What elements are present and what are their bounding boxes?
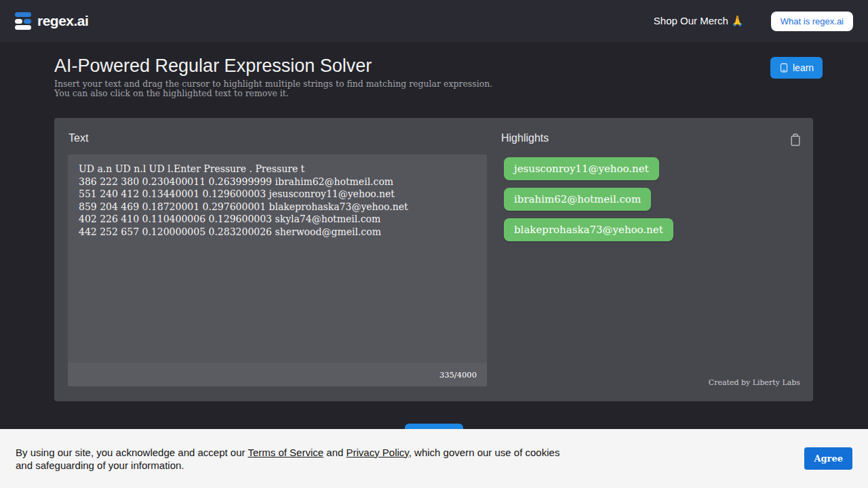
trash-icon — [790, 134, 801, 146]
text-section-label: Text — [68, 132, 88, 144]
credit-text: Created by Liberty Labs — [709, 378, 800, 387]
textbox-footer: 335/4000 — [68, 363, 487, 386]
learn-button[interactable]: learn — [770, 57, 823, 79]
text-input-area[interactable]: UD a.n UD n.l UD l.Enter Pressure . Pres… — [68, 155, 487, 386]
navbar: regex.ai Shop Our Merch 🙏 What is regex.… — [0, 0, 868, 42]
brand-logo[interactable]: regex.ai — [15, 12, 88, 30]
what-is-regexai-button[interactable]: What is regex.ai — [771, 12, 853, 31]
text-line: 386 222 380 0.230400011 0.263999999 ibra… — [79, 176, 476, 188]
agree-button[interactable]: Agree — [804, 447, 852, 470]
terms-of-service-link[interactable]: Terms of Service — [248, 447, 323, 458]
highlight-chip[interactable]: ibrahim62@hotmeil.com — [504, 188, 651, 211]
page-title: AI-Powered Regular Expression Solver — [54, 56, 372, 77]
highlights-section-label: Highlights — [501, 132, 549, 144]
learn-button-label: learn — [793, 62, 814, 73]
brand-name: regex.ai — [37, 13, 88, 29]
subtitle-line-1: Insert your text and drag the cursor to … — [54, 79, 492, 89]
cookie-consent-banner: By using our site, you acknowledge and a… — [0, 429, 868, 488]
highlight-chip-list: jesusconroy11@yehoo.netibrahim62@hotmeil… — [504, 157, 809, 241]
highlight-chip[interactable]: blakeprohaska73@yehoo.net — [504, 218, 673, 241]
subtitle-line-2: You can also click on the highlighted te… — [54, 89, 492, 98]
cookie-text-and: and — [323, 447, 346, 458]
page-subtitle: Insert your text and drag the cursor to … — [54, 79, 492, 98]
text-line: 551 240 412 0.13440001 0.129600003 jesus… — [79, 188, 476, 201]
text-line: 402 226 410 0.110400006 0.129600003 skyl… — [79, 213, 476, 226]
char-counter: 335/4000 — [439, 370, 477, 380]
text-content[interactable]: UD a.n UD n.l UD l.Enter Pressure . Pres… — [68, 155, 487, 363]
shop-merch-link[interactable]: Shop Our Merch 🙏 — [654, 15, 744, 27]
cookie-consent-text: By using our site, you acknowledge and a… — [16, 446, 578, 472]
text-line: 442 252 657 0.120000005 0.283200026 sher… — [79, 226, 476, 239]
cookie-text-before: By using our site, you acknowledge and a… — [16, 447, 248, 458]
workspace-panel: Text UD a.n UD n.l UD l.Enter Pressure .… — [54, 118, 813, 401]
text-line: 859 204 469 0.18720001 0.297600001 blake… — [79, 201, 476, 214]
clear-highlights-button[interactable] — [790, 134, 801, 146]
highlight-chip[interactable]: jesusconroy11@yehoo.net — [504, 157, 659, 180]
privacy-policy-link[interactable]: Privacy Policy — [347, 447, 409, 458]
regex-ai-logo-icon — [15, 12, 31, 30]
book-icon — [779, 63, 789, 73]
text-line: UD a.n UD n.l UD l.Enter Pressure . Pres… — [79, 163, 476, 176]
